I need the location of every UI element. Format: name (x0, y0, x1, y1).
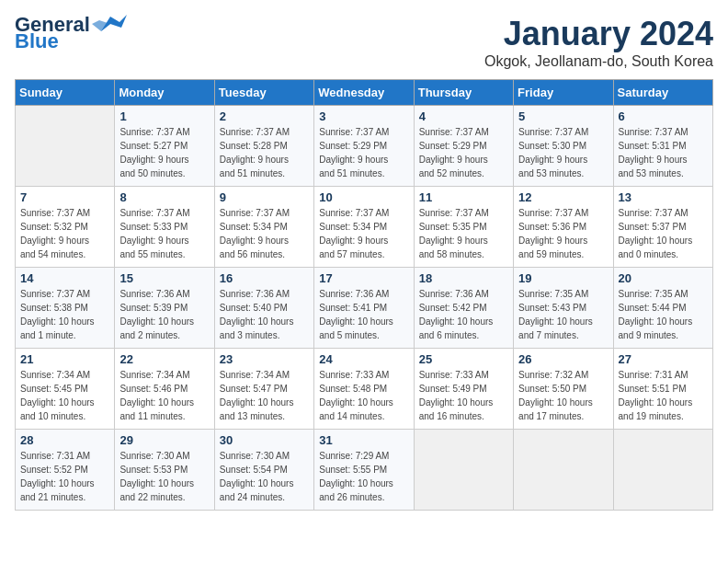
day-number: 8 (119, 190, 209, 204)
day-cell: 26Sunrise: 7:32 AMSunset: 5:50 PMDayligh… (514, 349, 613, 430)
day-info: Sunrise: 7:33 AMSunset: 5:48 PMDaylight:… (319, 368, 408, 423)
day-number: 20 (619, 271, 708, 285)
day-info: Sunrise: 7:37 AMSunset: 5:37 PMDaylight:… (619, 206, 708, 261)
day-number: 26 (518, 352, 608, 366)
day-info: Sunrise: 7:30 AMSunset: 5:54 PMDaylight:… (220, 449, 309, 504)
day-cell: 10Sunrise: 7:37 AMSunset: 5:34 PMDayligh… (314, 187, 414, 268)
day-info: Sunrise: 7:36 AMSunset: 5:41 PMDaylight:… (319, 287, 408, 342)
day-info: Sunrise: 7:34 AMSunset: 5:47 PMDaylight:… (220, 368, 309, 423)
day-info: Sunrise: 7:37 AMSunset: 5:29 PMDaylight:… (319, 125, 408, 180)
week-row-3: 14Sunrise: 7:37 AMSunset: 5:38 PMDayligh… (16, 268, 713, 349)
day-info: Sunrise: 7:37 AMSunset: 5:35 PMDaylight:… (419, 206, 508, 261)
day-info: Sunrise: 7:36 AMSunset: 5:40 PMDaylight:… (220, 287, 309, 342)
day-number: 31 (319, 433, 408, 447)
day-number: 4 (419, 109, 508, 123)
day-info: Sunrise: 7:37 AMSunset: 5:34 PMDaylight:… (220, 206, 309, 261)
day-cell (414, 430, 513, 511)
week-row-4: 21Sunrise: 7:34 AMSunset: 5:45 PMDayligh… (16, 349, 713, 430)
day-cell (514, 430, 613, 511)
day-number: 14 (20, 271, 109, 285)
day-number: 18 (419, 271, 508, 285)
day-info: Sunrise: 7:37 AMSunset: 5:36 PMDaylight:… (518, 206, 608, 261)
day-number: 27 (619, 352, 708, 366)
day-info: Sunrise: 7:37 AMSunset: 5:28 PMDaylight:… (220, 125, 309, 180)
day-number: 16 (220, 271, 309, 285)
day-number: 15 (119, 271, 209, 285)
day-cell: 5Sunrise: 7:37 AMSunset: 5:30 PMDaylight… (514, 106, 613, 187)
day-info: Sunrise: 7:32 AMSunset: 5:50 PMDaylight:… (518, 368, 608, 423)
day-info: Sunrise: 7:30 AMSunset: 5:53 PMDaylight:… (119, 449, 209, 504)
day-cell: 8Sunrise: 7:37 AMSunset: 5:33 PMDaylight… (115, 187, 214, 268)
day-cell (613, 430, 712, 511)
column-header-tuesday: Tuesday (214, 80, 313, 106)
day-info: Sunrise: 7:33 AMSunset: 5:49 PMDaylight:… (419, 368, 508, 423)
day-info: Sunrise: 7:37 AMSunset: 5:31 PMDaylight:… (619, 125, 708, 180)
day-cell: 6Sunrise: 7:37 AMSunset: 5:31 PMDaylight… (613, 106, 712, 187)
day-cell: 1Sunrise: 7:37 AMSunset: 5:27 PMDaylight… (115, 106, 214, 187)
logo-blue-text: Blue (15, 31, 59, 52)
day-number: 13 (619, 190, 708, 204)
day-cell: 23Sunrise: 7:34 AMSunset: 5:47 PMDayligh… (214, 349, 313, 430)
column-header-sunday: Sunday (16, 80, 115, 106)
day-info: Sunrise: 7:37 AMSunset: 5:29 PMDaylight:… (419, 125, 508, 180)
day-info: Sunrise: 7:31 AMSunset: 5:51 PMDaylight:… (619, 368, 708, 423)
day-info: Sunrise: 7:37 AMSunset: 5:33 PMDaylight:… (119, 206, 209, 261)
day-info: Sunrise: 7:29 AMSunset: 5:55 PMDaylight:… (319, 449, 408, 504)
day-number: 5 (518, 109, 608, 123)
day-cell: 3Sunrise: 7:37 AMSunset: 5:29 PMDaylight… (314, 106, 414, 187)
day-number: 6 (619, 109, 708, 123)
day-cell: 4Sunrise: 7:37 AMSunset: 5:29 PMDaylight… (414, 106, 513, 187)
day-info: Sunrise: 7:34 AMSunset: 5:45 PMDaylight:… (20, 368, 109, 423)
column-header-monday: Monday (115, 80, 214, 106)
day-info: Sunrise: 7:37 AMSunset: 5:32 PMDaylight:… (20, 206, 109, 261)
day-cell: 13Sunrise: 7:37 AMSunset: 5:37 PMDayligh… (613, 187, 712, 268)
day-cell: 27Sunrise: 7:31 AMSunset: 5:51 PMDayligh… (613, 349, 712, 430)
day-number: 30 (220, 433, 309, 447)
day-number: 29 (119, 433, 209, 447)
day-cell: 28Sunrise: 7:31 AMSunset: 5:52 PMDayligh… (16, 430, 115, 511)
day-info: Sunrise: 7:36 AMSunset: 5:42 PMDaylight:… (419, 287, 508, 342)
day-cell: 21Sunrise: 7:34 AMSunset: 5:45 PMDayligh… (16, 349, 115, 430)
day-info: Sunrise: 7:35 AMSunset: 5:44 PMDaylight:… (619, 287, 708, 342)
day-cell: 24Sunrise: 7:33 AMSunset: 5:48 PMDayligh… (314, 349, 414, 430)
column-header-thursday: Thursday (414, 80, 513, 106)
day-cell: 19Sunrise: 7:35 AMSunset: 5:43 PMDayligh… (514, 268, 613, 349)
column-header-wednesday: Wednesday (314, 80, 414, 106)
calendar-table: SundayMondayTuesdayWednesdayThursdayFrid… (15, 79, 713, 511)
day-number: 11 (419, 190, 508, 204)
calendar-title: January 2024 (484, 15, 713, 53)
day-number: 21 (20, 352, 109, 366)
day-cell: 15Sunrise: 7:36 AMSunset: 5:39 PMDayligh… (115, 268, 214, 349)
day-cell (16, 106, 115, 187)
week-row-5: 28Sunrise: 7:31 AMSunset: 5:52 PMDayligh… (16, 430, 713, 511)
day-info: Sunrise: 7:37 AMSunset: 5:30 PMDaylight:… (518, 125, 608, 180)
day-cell: 25Sunrise: 7:33 AMSunset: 5:49 PMDayligh… (414, 349, 513, 430)
day-number: 7 (20, 190, 109, 204)
logo: General Blue (15, 15, 127, 52)
column-header-saturday: Saturday (613, 80, 712, 106)
day-info: Sunrise: 7:31 AMSunset: 5:52 PMDaylight:… (20, 449, 109, 504)
week-row-1: 1Sunrise: 7:37 AMSunset: 5:27 PMDaylight… (16, 106, 713, 187)
day-cell: 22Sunrise: 7:34 AMSunset: 5:46 PMDayligh… (115, 349, 214, 430)
calendar-header-row: SundayMondayTuesdayWednesdayThursdayFrid… (16, 80, 713, 106)
day-number: 10 (319, 190, 408, 204)
column-header-friday: Friday (514, 80, 613, 106)
day-cell: 20Sunrise: 7:35 AMSunset: 5:44 PMDayligh… (613, 268, 712, 349)
day-info: Sunrise: 7:37 AMSunset: 5:38 PMDaylight:… (20, 287, 109, 342)
day-cell: 17Sunrise: 7:36 AMSunset: 5:41 PMDayligh… (314, 268, 414, 349)
day-cell: 9Sunrise: 7:37 AMSunset: 5:34 PMDaylight… (214, 187, 313, 268)
day-cell: 12Sunrise: 7:37 AMSunset: 5:36 PMDayligh… (514, 187, 613, 268)
day-cell: 18Sunrise: 7:36 AMSunset: 5:42 PMDayligh… (414, 268, 513, 349)
day-cell: 2Sunrise: 7:37 AMSunset: 5:28 PMDaylight… (214, 106, 313, 187)
day-number: 25 (419, 352, 508, 366)
day-number: 22 (119, 352, 209, 366)
day-number: 24 (319, 352, 408, 366)
day-cell: 31Sunrise: 7:29 AMSunset: 5:55 PMDayligh… (314, 430, 414, 511)
day-number: 2 (220, 109, 309, 123)
day-cell: 29Sunrise: 7:30 AMSunset: 5:53 PMDayligh… (115, 430, 214, 511)
day-info: Sunrise: 7:34 AMSunset: 5:46 PMDaylight:… (119, 368, 209, 423)
day-number: 23 (220, 352, 309, 366)
day-number: 3 (319, 109, 408, 123)
day-cell: 7Sunrise: 7:37 AMSunset: 5:32 PMDaylight… (16, 187, 115, 268)
day-info: Sunrise: 7:35 AMSunset: 5:43 PMDaylight:… (518, 287, 608, 342)
